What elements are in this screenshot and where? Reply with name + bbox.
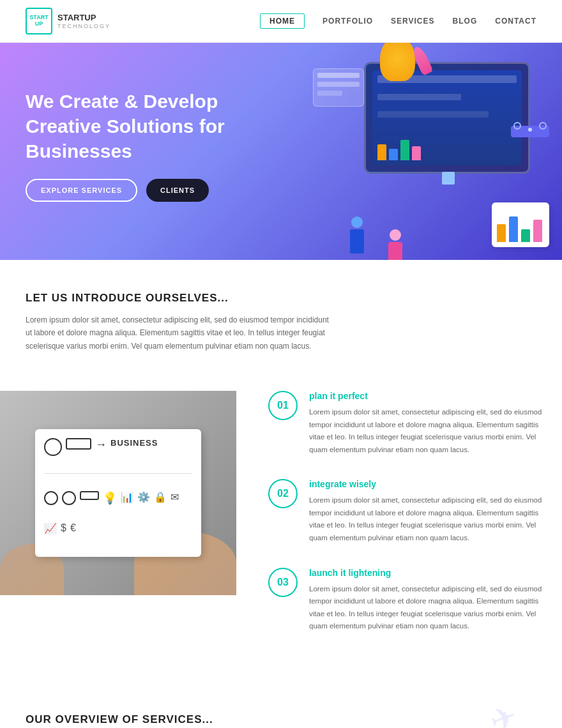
monitor-screen bbox=[372, 70, 522, 165]
feature-item-3: 03 launch it lightening Lorem ipsum dolo… bbox=[268, 568, 543, 633]
monitor-stand bbox=[442, 172, 455, 185]
drone-icon bbox=[511, 126, 549, 137]
features-list: 01 plan it perfect Lorem ipsum dolor sit… bbox=[236, 391, 562, 656]
hero-title: We Create & Develop Creative Solutions f… bbox=[26, 89, 268, 163]
introduce-text: Lorem ipsum dolor sit amet, consectetur … bbox=[26, 314, 332, 353]
feature-content-1: plan it perfect Lorem ipsum dolor sit am… bbox=[309, 391, 543, 456]
features-image: → BUSINESS 💡 📊 ⚙️ 🔒 ✉ 📈 $ € bbox=[0, 391, 236, 595]
features-section: → BUSINESS 💡 📊 ⚙️ 🔒 ✉ 📈 $ € bbox=[0, 372, 562, 681]
clients-button[interactable]: CLIENTS bbox=[146, 179, 209, 202]
introduce-heading: LET US INTRODUCE OURSELVES... bbox=[26, 292, 536, 305]
logo: START UP STARTUP TECHNOLOGY bbox=[26, 8, 110, 34]
person1-icon bbox=[350, 216, 364, 254]
nav-home[interactable]: HOME bbox=[260, 13, 305, 29]
hero-section: We Create & Develop Creative Solutions f… bbox=[0, 43, 562, 260]
navbar: START UP STARTUP TECHNOLOGY HOME PORTFOL… bbox=[0, 0, 562, 43]
notebook-illustration: → BUSINESS 💡 📊 ⚙️ 🔒 ✉ 📈 $ € bbox=[35, 429, 201, 557]
nav-contact[interactable]: CONTACT bbox=[495, 17, 536, 26]
feature-title-1: plan it perfect bbox=[309, 391, 543, 401]
hero-illustration bbox=[268, 43, 562, 260]
feature-title-3: launch it lightening bbox=[309, 568, 543, 578]
feature-num-2: 02 bbox=[268, 479, 298, 508]
nav-portfolio[interactable]: PORTFOLIO bbox=[323, 17, 373, 26]
hero-content: We Create & Develop Creative Solutions f… bbox=[26, 89, 268, 202]
feature-title-2: integrate wisely bbox=[309, 479, 543, 489]
logo-sub: TECHNOLOGY bbox=[57, 23, 110, 29]
features-image-inner: → BUSINESS 💡 📊 ⚙️ 🔒 ✉ 📈 $ € bbox=[0, 391, 236, 595]
feature-desc-1: Lorem ipsum dolor sit amet, consectetur … bbox=[309, 406, 543, 456]
nav-services[interactable]: SERVICES bbox=[391, 17, 434, 26]
floating-panel bbox=[313, 68, 364, 107]
person2-icon bbox=[388, 229, 402, 260]
services-heading: OUR OVERVIEW OF SERVICES... bbox=[26, 713, 536, 726]
services-header: OUR OVERVIEW OF SERVICES... Lorem ipsum … bbox=[26, 713, 536, 728]
feature-item-1: 01 plan it perfect Lorem ipsum dolor sit… bbox=[268, 391, 543, 456]
hero-buttons: EXPLORE SERVICES CLIENTS bbox=[26, 179, 268, 202]
explore-services-button[interactable]: EXPLORE SERVICES bbox=[26, 179, 137, 202]
nav-links: HOME PORTFOLIO SERVICES BLOG CONTACT bbox=[260, 13, 536, 29]
feature-desc-2: Lorem ipsum dolor sit amet, consectetur … bbox=[309, 494, 543, 544]
feature-content-2: integrate wisely Lorem ipsum dolor sit a… bbox=[309, 479, 543, 544]
feature-desc-3: Lorem ipsum dolor sit amet, consectetur … bbox=[309, 583, 543, 633]
services-wrapper: ✈ OUR OVERVIEW OF SERVICES... Lorem ipsu… bbox=[0, 681, 562, 728]
services-section: OUR OVERVIEW OF SERVICES... Lorem ipsum … bbox=[0, 681, 562, 728]
logo-icon: START UP bbox=[26, 8, 52, 34]
logo-name: STARTUP bbox=[57, 13, 110, 23]
hero-illus-inner bbox=[268, 43, 562, 260]
chart-card bbox=[492, 202, 549, 247]
feature-content-3: launch it lightening Lorem ipsum dolor s… bbox=[309, 568, 543, 633]
introduce-section: LET US INTRODUCE OURSELVES... Lorem ipsu… bbox=[0, 260, 562, 372]
feature-num-1: 01 bbox=[268, 391, 298, 420]
feature-item-2: 02 integrate wisely Lorem ipsum dolor si… bbox=[268, 479, 543, 544]
nav-blog[interactable]: BLOG bbox=[453, 17, 478, 26]
feature-num-3: 03 bbox=[268, 568, 298, 597]
bulb-icon bbox=[380, 43, 415, 81]
